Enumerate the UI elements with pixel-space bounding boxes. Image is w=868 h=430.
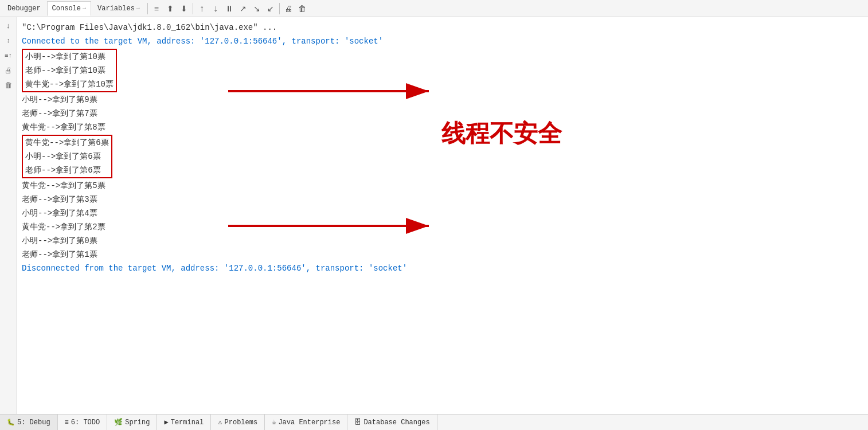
line-row: 黄牛党-->拿到了第5票 (22, 179, 863, 193)
console-line-3: 小明-->拿到了第10票 (23, 50, 108, 64)
line-row: 小明-->拿到了第10票 (23, 50, 116, 64)
variables-arrow-icon: → (136, 5, 140, 11)
terminal-tab-label: Terminal (171, 419, 204, 427)
line-row: Disconnected from the target VM, address… (22, 261, 863, 275)
console-line-1: "C:\Program Files\Java\jdk1.8.0_162\bin\… (22, 21, 277, 34)
sidebar-sort-icon[interactable]: ↕ (2, 34, 15, 47)
line-row: 老师-->拿到了第3票 (22, 193, 863, 206)
status-tab-debug[interactable]: 🐛 5: Debug (0, 415, 58, 430)
clear-btn[interactable]: ≡ (150, 2, 163, 15)
delete-btn[interactable]: 🗑 (296, 2, 308, 15)
console-line-8: 黄牛党-->拿到了第8票 (22, 120, 105, 134)
status-tab-terminal[interactable]: ▶ Terminal (157, 415, 211, 430)
sidebar-print-icon[interactable]: 🖨 (2, 64, 15, 77)
status-tab-problems[interactable]: ⚠ Problems (211, 415, 265, 430)
left-sidebar: ↓ ↕ ≡↑ 🖨 🗑 (0, 17, 17, 414)
console-area[interactable]: "C:\Program Files\Java\jdk1.8.0_162\bin\… (17, 17, 868, 414)
status-bar: 🐛 5: Debug ≡ 6: TODO 🌿 Spring ▶ Terminal… (0, 414, 868, 430)
line-row: 老师-->拿到了第1票 (22, 248, 863, 261)
console-arrow-icon: → (83, 5, 86, 11)
spring-tab-icon: 🌿 (114, 418, 123, 427)
box-group-1: 小明-->拿到了第10票 老师-->拿到了第10票 黄牛党-->拿到了第10票 (22, 49, 117, 92)
console-line-13: 老师-->拿到了第3票 (22, 193, 97, 206)
java-enterprise-tab-icon: ☕ (272, 418, 276, 427)
console-line-11: 老师-->拿到了第6票 (23, 163, 103, 177)
status-tab-database-changes[interactable]: 🗄 Database Changes (347, 415, 437, 430)
tab-console[interactable]: Console → (47, 1, 91, 16)
scroll-up-btn[interactable]: ⬆ (164, 2, 177, 15)
sidebar-scroll-down-icon[interactable]: ↓ (2, 19, 15, 32)
console-tab-label: Console (52, 5, 81, 13)
todo-tab-label: 6: TODO (71, 419, 100, 427)
line-row: "C:\Program Files\Java\jdk1.8.0_162\bin\… (22, 21, 863, 34)
step-down-btn[interactable]: ↓ (209, 2, 222, 15)
java-enterprise-tab-label: Java Enterprise (278, 419, 340, 427)
line-row: Connected to the target VM, address: '12… (22, 34, 863, 48)
console-line-17: 老师-->拿到了第1票 (22, 248, 97, 261)
line-row: 黄牛党-->拿到了第2票 (22, 220, 863, 234)
step-over-btn[interactable]: ↗ (237, 2, 249, 15)
toolbar-divider-2 (193, 3, 193, 14)
toolbar-divider-3 (279, 3, 280, 14)
console-line-12: 黄牛党-->拿到了第5票 (22, 179, 105, 193)
console-line-10: 小明-->拿到了第6票 (23, 150, 103, 163)
line-row: 老师-->拿到了第10票 (23, 64, 116, 77)
line-row: 小明-->拿到了第6票 (23, 150, 111, 163)
annotation-text: 线程不安全 (441, 118, 562, 150)
status-tab-todo[interactable]: ≡ 6: TODO (58, 415, 108, 430)
sidebar-delete-icon[interactable]: 🗑 (2, 79, 15, 92)
variables-tab-label: Variables (97, 5, 135, 13)
line-row: 黄牛党-->拿到了第10票 (23, 77, 116, 91)
tab-variables[interactable]: Variables → (92, 1, 145, 16)
debugger-tab-label: Debugger (7, 5, 41, 13)
console-line-5: 黄牛党-->拿到了第10票 (23, 77, 116, 91)
status-tab-java-enterprise[interactable]: ☕ Java Enterprise (265, 415, 347, 430)
debug-tab-icon: 🐛 (7, 419, 15, 426)
console-line-16: 小明-->拿到了第0票 (22, 234, 97, 248)
line-row: 小明-->拿到了第0票 (22, 234, 863, 248)
scroll-down-btn[interactable]: ⬇ (178, 2, 190, 15)
line-row: 老师-->拿到了第6票 (23, 163, 111, 177)
database-changes-tab-icon: 🗄 (354, 418, 361, 427)
line-row: 黄牛党-->拿到了第6票 (23, 136, 111, 150)
line-row: 小明-->拿到了第9票 (22, 93, 863, 107)
step-out-btn[interactable]: ↙ (264, 2, 277, 15)
database-changes-tab-label: Database Changes (363, 419, 429, 427)
console-line-disconnected: Disconnected from the target VM, address… (22, 261, 407, 275)
box-group-2: 黄牛党-->拿到了第6票 小明-->拿到了第6票 老师-->拿到了第6票 (22, 135, 112, 178)
step-up-btn[interactable]: ↑ (196, 2, 208, 15)
toolbar-divider-1 (147, 3, 148, 14)
debug-tab-label: 5: Debug (17, 419, 50, 427)
console-line-6: 小明-->拿到了第9票 (22, 93, 97, 107)
console-line-4: 老师-->拿到了第10票 (23, 64, 108, 77)
console-line-7: 老师-->拿到了第7票 (22, 107, 97, 120)
status-tab-spring[interactable]: 🌿 Spring (107, 415, 157, 430)
console-line-9: 黄牛党-->拿到了第6票 (23, 136, 111, 150)
console-line-15: 黄牛党-->拿到了第2票 (22, 220, 105, 234)
step-into-btn[interactable]: ↘ (251, 2, 263, 15)
tab-debugger[interactable]: Debugger (2, 1, 46, 16)
spring-tab-label: Spring (125, 419, 150, 427)
problems-tab-label: Problems (225, 419, 258, 427)
console-line-14: 小明-->拿到了第4票 (22, 206, 97, 220)
sidebar-filter-icon[interactable]: ≡↑ (2, 49, 15, 62)
main-area: ↓ ↕ ≡↑ 🖨 🗑 "C:\Program Files\Java\jdk1.8… (0, 17, 868, 414)
problems-tab-icon: ⚠ (218, 418, 222, 427)
terminal-tab-icon: ▶ (164, 418, 168, 427)
toolbar: Debugger Console → Variables → ≡ ⬆ ⬇ ↑ ↓… (0, 0, 868, 17)
print-btn[interactable]: 🖨 (282, 2, 295, 15)
pause-btn[interactable]: ⏸ (223, 2, 236, 15)
todo-tab-icon: ≡ (65, 419, 69, 427)
console-line-connected: Connected to the target VM, address: '12… (22, 34, 383, 48)
line-row: 小明-->拿到了第4票 (22, 206, 863, 220)
